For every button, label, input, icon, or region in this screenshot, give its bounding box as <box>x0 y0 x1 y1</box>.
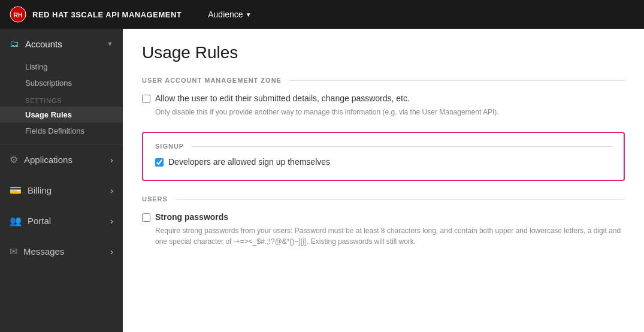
strong-passwords-help: Require strong passwords from your users… <box>155 225 625 247</box>
applications-chevron-icon: › <box>110 155 113 165</box>
allow-edit-help: Only disable this if you provide another… <box>155 107 625 117</box>
accounts-label: Accounts <box>25 39 62 49</box>
svg-text:RH: RH <box>14 12 22 19</box>
main-content: Usage Rules USER ACCOUNT MANAGEMENT ZONE… <box>123 29 644 332</box>
top-nav-menu: Audience ▼ <box>201 6 258 23</box>
signup-zone-line <box>191 146 612 147</box>
allow-signup-label[interactable]: Developers are allowed sign up themselve… <box>168 157 330 167</box>
applications-icon: ⚙ <box>10 154 18 165</box>
main-layout: 🗂 Accounts ▼ Listing Subscriptions Setti… <box>0 29 644 332</box>
accounts-section: 🗂 Accounts ▼ Listing Subscriptions Setti… <box>0 29 123 144</box>
user-account-zone-line <box>289 80 625 81</box>
messages-chevron-icon: › <box>110 246 113 256</box>
users-zone-label: USERS <box>142 195 168 203</box>
sidebar-item-billing[interactable]: 💳 Billing › <box>0 175 123 206</box>
audience-chevron-icon: ▼ <box>246 11 252 18</box>
sidebar-item-applications[interactable]: ⚙ Applications › <box>0 144 123 175</box>
billing-label: Billing <box>28 185 52 195</box>
user-account-zone-label: USER ACCOUNT MANAGEMENT ZONE <box>142 77 282 84</box>
settings-label: Settings <box>0 91 123 107</box>
strong-passwords-row: Strong passwords <box>142 212 625 222</box>
sidebar-item-usage-rules[interactable]: Usage Rules <box>0 107 123 123</box>
strong-passwords-checkbox[interactable] <box>142 213 150 222</box>
sidebar-item-fields-definitions[interactable]: Fields Definitions <box>0 123 123 139</box>
accounts-icon: 🗂 <box>10 38 19 49</box>
sidebar-item-listing[interactable]: Listing <box>0 59 123 75</box>
users-zone: USERS Strong passwords Require strong pa… <box>142 195 625 247</box>
page-title: Usage Rules <box>142 43 625 62</box>
allow-edit-label[interactable]: Allow the user to edit their submitted d… <box>155 93 410 103</box>
allow-edit-row: Allow the user to edit their submitted d… <box>142 93 625 103</box>
messages-icon: ✉ <box>10 246 17 257</box>
billing-chevron-icon: › <box>110 185 113 195</box>
accounts-section-header[interactable]: 🗂 Accounts ▼ <box>0 29 123 59</box>
users-zone-line <box>175 199 625 200</box>
accounts-chevron-icon: ▼ <box>107 40 113 47</box>
users-zone-header: USERS <box>142 195 625 203</box>
portal-label: Portal <box>28 216 51 226</box>
accounts-sub-items: Listing Subscriptions Settings Usage Rul… <box>0 59 123 144</box>
user-account-zone-header: USER ACCOUNT MANAGEMENT ZONE <box>142 77 625 84</box>
signup-zone-header: SIGNUP <box>155 143 612 150</box>
signup-zone: SIGNUP Developers are allowed sign up th… <box>142 132 625 181</box>
brand-logo: RH RED HAT 3SCALE API MANAGEMENT <box>10 6 182 23</box>
portal-icon: 👥 <box>10 215 22 227</box>
applications-label: Applications <box>24 155 72 165</box>
redhat-logo-icon: RH <box>10 6 26 23</box>
allow-edit-checkbox[interactable] <box>142 95 150 103</box>
sidebar-item-portal[interactable]: 👥 Portal › <box>0 206 123 236</box>
top-navigation: RH RED HAT 3SCALE API MANAGEMENT Audienc… <box>0 0 644 29</box>
strong-passwords-label[interactable]: Strong passwords <box>155 212 228 222</box>
brand-text: RED HAT 3SCALE API MANAGEMENT <box>32 10 182 19</box>
billing-icon: 💳 <box>10 185 22 196</box>
user-account-zone: USER ACCOUNT MANAGEMENT ZONE Allow the u… <box>142 77 625 117</box>
sidebar-item-subscriptions[interactable]: Subscriptions <box>0 75 123 91</box>
messages-label: Messages <box>23 246 64 256</box>
signup-zone-label: SIGNUP <box>155 143 184 150</box>
portal-chevron-icon: › <box>110 216 113 226</box>
allow-signup-row: Developers are allowed sign up themselve… <box>155 157 612 167</box>
sidebar: 🗂 Accounts ▼ Listing Subscriptions Setti… <box>0 29 123 332</box>
allow-signup-checkbox[interactable] <box>155 158 164 167</box>
audience-menu-item[interactable]: Audience ▼ <box>201 6 258 23</box>
sidebar-item-messages[interactable]: ✉ Messages › <box>0 236 123 267</box>
